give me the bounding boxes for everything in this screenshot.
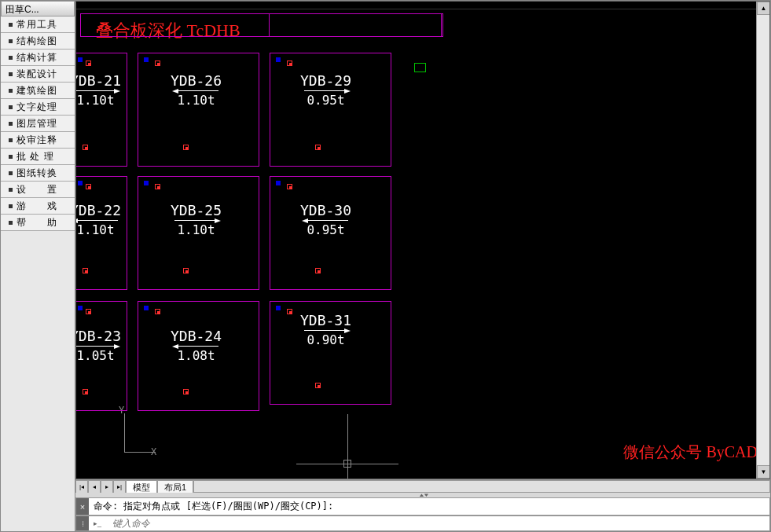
grip[interactable] (144, 306, 149, 310)
panel-label-29: YDB-290.95t (300, 72, 351, 108)
panel-name: YDB-25 (171, 202, 222, 218)
marker (287, 61, 292, 66)
panel-name: YDB-23 (75, 328, 121, 344)
panel-label-31: YDB-310.90t (300, 312, 351, 347)
grip[interactable] (78, 306, 83, 310)
sidebar-item[interactable]: 常用工具 (1, 17, 75, 33)
tab-model[interactable]: 模型 (126, 480, 157, 493)
grip[interactable] (276, 181, 281, 185)
watermark: 微信公众号 ByCAD (623, 442, 758, 463)
panel-label-24: YDB-241.08t (171, 328, 222, 363)
panel-thickness: 0.90t (300, 332, 351, 347)
sidebar-item[interactable]: 结构绘图 (1, 33, 75, 50)
sidebar-item[interactable]: 校审注释 (1, 132, 75, 149)
marker (155, 61, 160, 66)
panel-label-21: YDB-211.10t (75, 72, 121, 108)
layout-tab-bar: |◂ ◂ ▸ ▸| 模型 布局1 (75, 479, 770, 493)
crosshair (347, 414, 348, 479)
arrow-icon (75, 346, 118, 347)
arrow-icon (174, 346, 218, 347)
panel-name: YDB-24 (171, 328, 222, 344)
arrow-icon (304, 90, 348, 91)
panel-label-25: YDB-251.10t (171, 202, 222, 237)
arrow-icon (75, 90, 118, 91)
marker (287, 309, 292, 314)
sidebar-item[interactable]: 建筑绘图 (1, 83, 75, 99)
grip[interactable] (78, 181, 83, 185)
panel-label-22: YDB-221.10t (75, 202, 121, 237)
panel-label-26: YDB-261.10t (171, 72, 222, 108)
marker (155, 309, 160, 314)
sidebar-item[interactable]: 结构计算 (1, 50, 75, 66)
command-close-button[interactable]: × (76, 498, 89, 515)
vertical-scrollbar[interactable]: ▲ ▼ (756, 2, 769, 479)
marker (183, 145, 189, 150)
sidebar-header[interactable]: 田草C... (1, 1, 75, 17)
sidebar-menu: 常用工具结构绘图结构计算装配设计建筑绘图文字处理图层管理校审注释批 处 理图纸转… (1, 17, 75, 231)
panel-thickness: 1.10t (75, 93, 121, 108)
arrow-icon (304, 220, 348, 221)
marker (183, 389, 189, 394)
marker (83, 145, 88, 150)
tab-nav-next[interactable]: ▸ (101, 480, 113, 493)
grip[interactable] (78, 57, 83, 62)
marker (315, 383, 321, 388)
panel-name: YDB-29 (300, 72, 351, 89)
horizontal-scrollbar[interactable] (193, 480, 770, 493)
panel-thickness: 1.08t (171, 348, 222, 363)
panel-thickness: 0.95t (300, 222, 351, 237)
crosshair-pickbox (343, 460, 351, 468)
panel-name: YDB-30 (300, 202, 351, 218)
arrow-icon (174, 90, 218, 91)
marker (83, 389, 88, 394)
panel-label-23: YDB-231.05t (75, 328, 121, 363)
sidebar-item[interactable]: 图层管理 (1, 116, 75, 132)
arrow-icon (304, 330, 348, 331)
panel-29[interactable] (270, 53, 391, 167)
marker (86, 309, 91, 314)
marker (86, 184, 91, 189)
grip[interactable] (276, 306, 281, 310)
scroll-down-button[interactable]: ▼ (757, 465, 770, 479)
sidebar-item[interactable]: 图纸转换 (1, 165, 75, 182)
outline (269, 13, 443, 37)
marker (86, 61, 91, 66)
scroll-up-button[interactable]: ▲ (757, 2, 770, 15)
panel-thickness: 1.10t (171, 93, 222, 108)
arrow-icon (75, 220, 118, 221)
command-prompt-icon: ▸_ (89, 519, 111, 527)
panel-name: YDB-26 (171, 72, 222, 89)
command-drag-handle[interactable]: ⁞ (76, 516, 89, 530)
command-history: 命令: 指定对角点或 [栏选(F)/圈围(WP)/圈交(CP)]: (89, 498, 769, 515)
panel-name: YDB-31 (300, 312, 351, 328)
marker (155, 184, 160, 189)
panel-thickness: 1.05t (75, 348, 121, 363)
sidebar-item[interactable]: 帮 助 (1, 215, 75, 231)
sidebar-item[interactable]: 设 置 (1, 182, 75, 198)
marker (83, 268, 88, 273)
panel-26[interactable] (138, 53, 259, 167)
drawing-space[interactable]: 叠合板深化 TcDHB 微信公众号 ByCAD Y X YDB-211.10tY… (76, 2, 769, 479)
arrow-icon (174, 220, 218, 221)
marker (315, 145, 321, 150)
sidebar-item[interactable]: 装配设计 (1, 66, 75, 83)
panel-thickness: 1.10t (75, 222, 121, 237)
selection-marker (414, 63, 426, 72)
sidebar-item[interactable]: 批 处 理 (1, 149, 75, 165)
panel-thickness: 1.10t (171, 222, 222, 237)
tab-nav-last[interactable]: ▸| (113, 480, 126, 493)
tab-layout1[interactable]: 布局1 (157, 480, 193, 493)
panel-name: YDB-22 (75, 202, 121, 218)
sidebar-item[interactable]: 文字处理 (1, 99, 75, 116)
panel-label-30: YDB-300.95t (300, 202, 351, 237)
tab-nav-first[interactable]: |◂ (75, 480, 88, 493)
canvas[interactable]: 叠合板深化 TcDHB 微信公众号 ByCAD Y X YDB-211.10tY… (75, 1, 770, 479)
grip[interactable] (144, 57, 149, 62)
grip[interactable] (276, 57, 281, 62)
sidebar-item[interactable]: 游 戏 (1, 198, 75, 215)
marker (183, 268, 189, 273)
marker (315, 268, 321, 273)
command-input[interactable] (111, 516, 769, 530)
tab-nav-prev[interactable]: ◂ (88, 480, 101, 493)
grip[interactable] (144, 181, 149, 185)
